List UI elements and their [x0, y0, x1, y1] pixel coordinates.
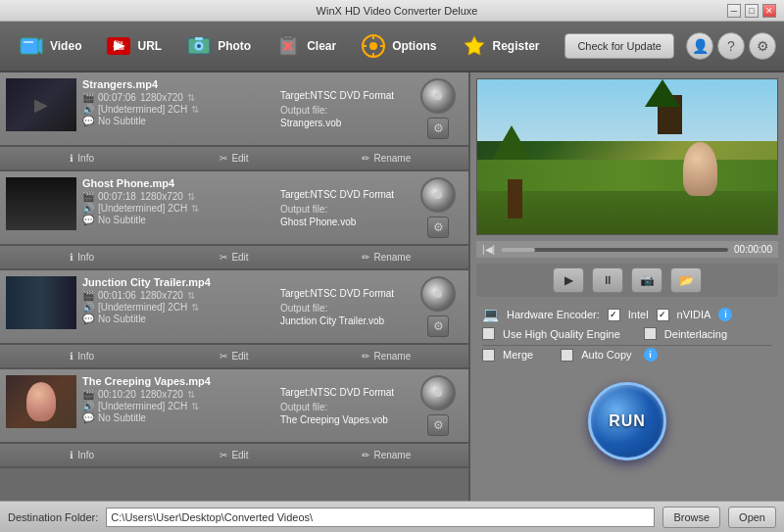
nvidia-checkbox[interactable]: ✓ — [657, 309, 669, 321]
main-content: ▶ Strangers.mp4 🎬 00:07:06 1280x720 ⇅ 🔊 … — [0, 73, 784, 501]
photo-button[interactable]: Photo — [175, 27, 261, 65]
file-target-4: Target:NTSC DVD Format — [280, 387, 408, 398]
video-spin-2[interactable]: ⇅ — [187, 191, 195, 202]
file-settings-3[interactable]: ⚙ — [427, 315, 449, 337]
auto-copy-checkbox[interactable] — [561, 349, 573, 362]
file-actions-3: ℹ Info ✂ Edit ✏ Rename — [0, 344, 468, 367]
photo-label: Photo — [218, 39, 251, 53]
edit-button-1[interactable]: ✂ Edit — [158, 150, 310, 167]
file-settings-2[interactable]: ⚙ — [427, 217, 449, 238]
video-spin-1[interactable]: ⇅ — [187, 92, 195, 103]
url-button[interactable]: You Tube URL — [95, 27, 172, 65]
help-button[interactable]: ? — [717, 32, 745, 60]
file-item-2[interactable]: Ghost Phone.mp4 🎬 00:07:18 1280x720 ⇅ 🔊 … — [0, 171, 468, 245]
window-controls: ─ □ ✕ — [727, 4, 776, 18]
info-button-2[interactable]: ℹ Info — [6, 249, 158, 266]
svg-point-9 — [197, 44, 201, 48]
dvd-icon-2[interactable] — [420, 177, 456, 213]
merge-checkbox[interactable] — [482, 349, 495, 362]
settings-user-button[interactable]: ⚙ — [749, 32, 776, 60]
file-res-1: 1280x720 — [140, 92, 183, 103]
file-output-4: The Creeping Vapes.vob — [280, 414, 408, 425]
main-toolbar: Video You Tube URL Photo — [0, 22, 784, 73]
audio-spin-2[interactable]: ⇅ — [191, 203, 199, 214]
video-button[interactable]: Video — [8, 27, 91, 65]
intel-checkbox[interactable]: ✓ — [608, 309, 620, 321]
scissors-icon-2: ✂ — [220, 252, 227, 263]
audio-spin-3[interactable]: ⇅ — [191, 302, 199, 313]
file-settings-1[interactable]: ⚙ — [427, 118, 449, 139]
clear-button[interactable]: Clear — [265, 27, 346, 65]
time-display: 00:00:00 — [734, 244, 772, 255]
user-profile-button[interactable]: 👤 — [686, 32, 713, 60]
deinterlacing-checkbox[interactable] — [644, 327, 657, 340]
time-slider[interactable] — [501, 248, 728, 252]
screenshot-button[interactable]: 📷 — [631, 267, 662, 293]
file-item-1[interactable]: ▶ Strangers.mp4 🎬 00:07:06 1280x720 ⇅ 🔊 … — [0, 73, 468, 146]
file-output-label-4: Output file: — [280, 402, 408, 412]
file-actions-2: ℹ Info ✂ Edit ✏ Rename — [0, 245, 468, 268]
dvd-icon-3[interactable] — [420, 276, 456, 312]
video-icon — [18, 32, 45, 60]
open-button[interactable]: Open — [728, 507, 776, 528]
rename-button-3[interactable]: ✏ Rename — [311, 348, 463, 364]
scissors-icon-1: ✂ — [220, 153, 227, 164]
file-name-1: Strangers.mp4 — [82, 78, 274, 90]
audio-spin-1[interactable]: ⇅ — [191, 104, 199, 115]
photo-icon — [185, 32, 213, 60]
file-audio-2: [Undetermined] 2CH — [98, 203, 187, 214]
register-label: Register — [493, 39, 540, 53]
file-subtitle-2: No Subtitle — [98, 215, 146, 225]
info-button-3[interactable]: ℹ Info — [6, 348, 158, 364]
edit-button-4[interactable]: ✂ Edit — [158, 447, 310, 463]
video-spin-3[interactable]: ⇅ — [187, 290, 195, 301]
hw-info-icon[interactable]: i — [718, 308, 732, 321]
info-button-4[interactable]: ℹ Info — [6, 447, 158, 463]
rename-button-2[interactable]: ✏ Rename — [311, 249, 463, 266]
file-settings-4[interactable]: ⚙ — [427, 414, 449, 436]
rename-button-4[interactable]: ✏ Rename — [311, 447, 463, 463]
options-icon — [360, 32, 387, 60]
file-item-4[interactable]: The Creeping Vapes.mp4 🎬 00:10:20 1280x7… — [0, 369, 468, 443]
auto-copy-label: Auto Copy — [581, 349, 631, 361]
options-button[interactable]: Options — [350, 27, 446, 65]
url-icon: You Tube — [105, 32, 132, 60]
maximize-button[interactable]: □ — [745, 4, 759, 18]
options-section: 💻 Hardware Encoder: ✓ Intel ✓ nVIDIA i U… — [476, 303, 778, 370]
file-item-wrapper-2: Ghost Phone.mp4 🎬 00:07:18 1280x720 ⇅ 🔊 … — [0, 171, 468, 270]
info-button-1[interactable]: ℹ Info — [6, 150, 158, 167]
video-spin-4[interactable]: ⇅ — [187, 389, 195, 400]
run-button[interactable]: RUN — [588, 382, 666, 460]
time-start: |◀| — [482, 244, 495, 255]
file-output-2: Ghost Phone.vob — [280, 217, 408, 227]
playback-controls: ▶ ⏸ 📷 📂 — [476, 264, 778, 297]
high-quality-checkbox[interactable] — [482, 327, 495, 340]
edit-button-2[interactable]: ✂ Edit — [158, 249, 310, 266]
open-folder-button[interactable]: 📂 — [670, 267, 702, 293]
close-button[interactable]: ✕ — [762, 4, 776, 18]
title-bar: WinX HD Video Converter Deluxe ─ □ ✕ — [0, 0, 784, 22]
user-icons: 👤 ? ⚙ — [686, 32, 776, 60]
rename-button-1[interactable]: ✏ Rename — [311, 150, 463, 167]
play-button[interactable]: ▶ — [553, 267, 584, 293]
file-item-wrapper-4: The Creeping Vapes.mp4 🎬 00:10:20 1280x7… — [0, 369, 468, 468]
destination-input[interactable] — [106, 508, 655, 527]
edit-button-3[interactable]: ✂ Edit — [158, 348, 310, 364]
check-update-button[interactable]: Check for Update — [564, 33, 674, 59]
file-target-3: Target:NTSC DVD Format — [280, 288, 408, 299]
auto-copy-info-icon[interactable]: i — [644, 348, 658, 362]
file-output-1: Strangers.vob — [280, 118, 408, 128]
options-label: Options — [392, 39, 436, 53]
run-btn-container: RUN — [476, 376, 778, 466]
thumbnail-2 — [6, 177, 76, 230]
register-button[interactable]: Register — [451, 27, 550, 65]
dvd-icon-1[interactable] — [420, 78, 456, 114]
minimize-button[interactable]: ─ — [727, 4, 741, 18]
audio-spin-4[interactable]: ⇅ — [191, 401, 199, 411]
pause-button[interactable]: ⏸ — [592, 267, 623, 293]
dvd-icon-4[interactable] — [420, 375, 456, 411]
browse-button[interactable]: Browse — [662, 507, 720, 528]
file-actions-4: ℹ Info ✂ Edit ✏ Rename — [0, 443, 468, 466]
file-item-3[interactable]: Junction City Trailer.mp4 🎬 00:01:06 128… — [0, 270, 468, 344]
thumbnail-1: ▶ — [6, 78, 76, 131]
